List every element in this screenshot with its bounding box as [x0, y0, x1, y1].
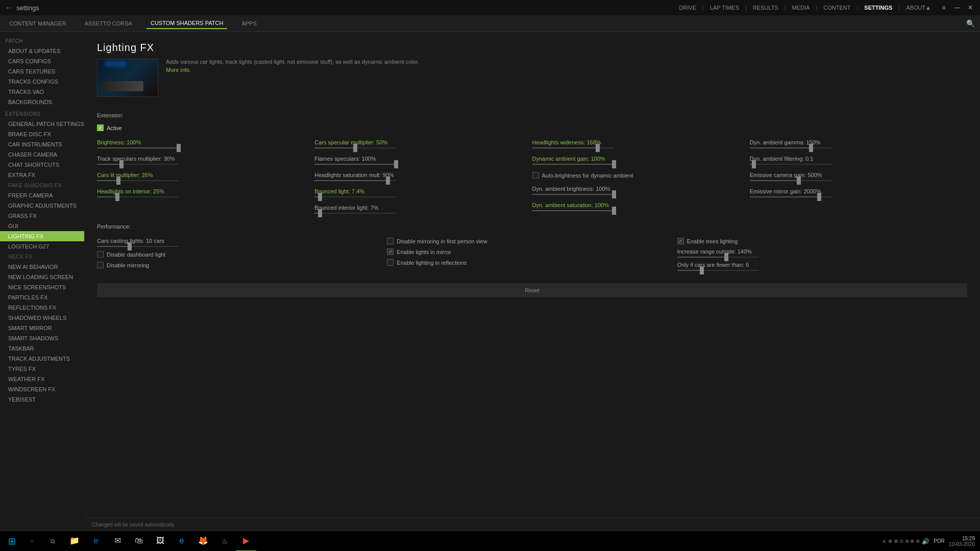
cars-specular-slider[interactable] [314, 147, 396, 148]
sidebar-item-reflections[interactable]: REFLECTIONS FX [0, 303, 84, 313]
active-checkbox[interactable] [97, 124, 104, 131]
sidebar-item-loading[interactable]: NEW LOADING SCREEN [0, 272, 84, 282]
sidebar-item-screenshots[interactable]: NICE SCREENSHOTS [0, 282, 84, 292]
sidebar-item-tyres[interactable]: TYRES FX [0, 364, 84, 374]
sidebar-item-extra[interactable]: EXTRA FX [0, 170, 84, 180]
enable-lighting-reflections-checkbox[interactable] [387, 259, 394, 266]
sidebar-item-smart-mirror[interactable]: SMART MIRROR [0, 323, 84, 333]
sidebar-item-tracks-configs[interactable]: TRACKS CONFIGS [0, 77, 84, 87]
tray-arrow[interactable]: ∧ [883, 539, 886, 544]
search-icon[interactable]: 🔍 [966, 19, 975, 28]
sidebar-item-taskbar[interactable]: TASKBAR [0, 343, 84, 354]
emissive-gain-slider[interactable] [750, 180, 831, 181]
disable-mirroring-fp-checkbox[interactable] [387, 238, 394, 244]
dyn-ambient-gain-slider[interactable] [532, 164, 614, 165]
dyn-brightness-slider[interactable] [532, 194, 614, 195]
reset-button[interactable]: Reset [97, 283, 967, 297]
more-info-link[interactable]: More info. [166, 67, 967, 73]
enable-trees-checkbox[interactable] [677, 238, 684, 244]
sidebar-item-cars-textures[interactable]: CARS TEXTURES [0, 66, 84, 77]
sidebar-item-cars-configs[interactable]: CARS CONFIGS [0, 56, 84, 66]
enable-lights-mirror-checkbox[interactable] [387, 248, 394, 255]
emissive-mirror-slider[interactable] [750, 196, 831, 197]
sidebar-item-shadowed[interactable]: SHADOWED WHEELS [0, 313, 84, 323]
sidebar-item-chat[interactable]: CHAT SHORTCUTS [0, 160, 84, 170]
disable-dashboard-checkbox[interactable] [97, 251, 104, 258]
title-bar-right: DRIVE | LAP TIMES | RESULTS | MEDIA | CO… [679, 3, 975, 12]
nav-custom-shaders[interactable]: CUSTOM SHADERS PATCH [146, 18, 227, 29]
sidebar-item-weather[interactable]: WEATHER FX [0, 374, 84, 384]
minimize-button[interactable]: — [952, 3, 962, 12]
nav-settings[interactable]: SETTINGS [864, 5, 892, 11]
headlights-interior-slider[interactable] [97, 196, 179, 197]
nav-laptimes[interactable]: LAP TIMES [710, 5, 739, 11]
track-speculars-slider[interactable] [97, 164, 179, 165]
flames-speculars-slider[interactable] [314, 164, 396, 165]
sidebar-item-particles[interactable]: PARTICLES FX [0, 292, 84, 303]
close-button[interactable]: ✕ [966, 3, 975, 12]
task-view-button[interactable]: ⧉ [43, 532, 62, 550]
disable-mirroring-checkbox[interactable] [97, 262, 104, 268]
sidebar-item-gui[interactable]: GUI [0, 221, 84, 231]
nav-media[interactable]: MEDIA [792, 5, 810, 11]
start-button[interactable]: ⊞ [3, 532, 21, 550]
setting-only-if-cars: Only if cars are fewer than: 6 [677, 260, 957, 273]
nav-content[interactable]: CONTENT [823, 5, 850, 11]
sidebar-item-backgrounds[interactable]: BACKGROUNDS [0, 97, 84, 107]
nav-separator: | [702, 5, 704, 11]
menu-button[interactable]: ≡ [939, 3, 948, 12]
dyn-saturation-slider[interactable] [532, 210, 614, 211]
nav-about[interactable]: ABOUT▲ [906, 5, 931, 11]
nav-apps[interactable]: APPS [237, 18, 260, 29]
sidebar-item-graphic[interactable]: GRAPHIC ADJUSTMENTS [0, 201, 84, 211]
sidebar-item-track-adj[interactable]: TRACK ADJUSTMENTS [0, 354, 84, 364]
bounced-light-slider[interactable] [314, 196, 396, 197]
sidebar-item-lighting[interactable]: LIGHTING FX [0, 231, 84, 241]
taskbar-app-store[interactable]: 🛍 [129, 531, 149, 552]
headlights-wide-slider[interactable] [532, 147, 614, 148]
nav-results[interactable]: RESULTS [753, 5, 778, 11]
taskbar-app-mail[interactable]: ✉ [107, 531, 128, 552]
bounced-interior-slider[interactable] [314, 213, 396, 214]
sidebar-item-windscreen[interactable]: WINDSCREEN FX [0, 384, 84, 394]
nav-assetto-corsa[interactable]: ASSETTO CORSA [81, 18, 136, 29]
sidebar-item-tracks-vao[interactable]: TRACKS VAO [0, 87, 84, 97]
auto-brightness-checkbox[interactable] [532, 172, 539, 179]
sidebar-item-fake-shadows[interactable]: FAKE SHADOWS FX [0, 180, 84, 190]
sidebar-item-smart-shadows[interactable]: SMART SHADOWS [0, 333, 84, 343]
flames-speculars-label: Flames speculars: 100% [314, 156, 528, 162]
sidebar-item-ai[interactable]: NEW AI BEHAVIOR [0, 262, 84, 272]
nav-drive[interactable]: DRIVE [679, 5, 696, 11]
only-if-cars-slider[interactable] [677, 270, 759, 271]
nav-content-manager[interactable]: CONTENT MANAGER [5, 18, 70, 29]
dyn-filtering-slider[interactable] [750, 164, 831, 165]
sidebar-item-general[interactable]: GENERAL PATCH SETTINGS [0, 119, 84, 129]
back-icon[interactable]: ← [5, 4, 12, 12]
taskbar-app-edge[interactable]: e [86, 531, 106, 552]
cars-lit-slider[interactable] [97, 180, 179, 181]
taskbar-app-steam[interactable]: ♨ [214, 531, 235, 552]
sidebar-item-grass[interactable]: GRASS FX [0, 211, 84, 221]
sidebar-item-chaser[interactable]: CHASER CAMERA [0, 149, 84, 160]
sidebar-item-car-instruments[interactable]: CAR INSTRUMENTS [0, 139, 84, 149]
sidebar-item-brake[interactable]: BRAKE DISC FX [0, 129, 84, 139]
search-button[interactable]: ○ [23, 532, 41, 550]
dyn-gamma-slider[interactable] [750, 147, 831, 148]
taskbar-app-photos[interactable]: 🖼 [150, 531, 170, 552]
taskbar-app-ac[interactable]: ▶ [236, 531, 256, 552]
setting-cars-specular: Cars specular multiplier: 50% [314, 137, 532, 151]
taskbar-app-firefox[interactable]: 🦊 [193, 531, 213, 552]
headlights-sat-slider[interactable] [314, 180, 396, 181]
sidebar-item-about[interactable]: ABOUT & UPDATES [0, 46, 84, 56]
sidebar-item-logitech[interactable]: LOGITECH G27 [0, 241, 84, 252]
sidebar-item-freer[interactable]: FREER CAMERA [0, 190, 84, 201]
brightness-slider[interactable] [97, 147, 179, 148]
taskbar-app-explorer[interactable]: 📁 [64, 531, 85, 552]
taskbar-right: ∧ ⊕ ⊗ ⊙ ⊚ ⊛ ⊜ 🔊 POR 15:29 10-03-2020 [883, 536, 977, 547]
taskbar-app-ie[interactable]: e [172, 531, 192, 552]
volume-icon[interactable]: 🔊 [922, 538, 929, 545]
sidebar-item-neck[interactable]: NECK FX [0, 252, 84, 262]
sidebar-item-yebisest[interactable]: YEBISEST [0, 394, 84, 405]
cars-casting-slider[interactable] [97, 246, 179, 247]
increase-range-slider[interactable] [677, 257, 759, 258]
